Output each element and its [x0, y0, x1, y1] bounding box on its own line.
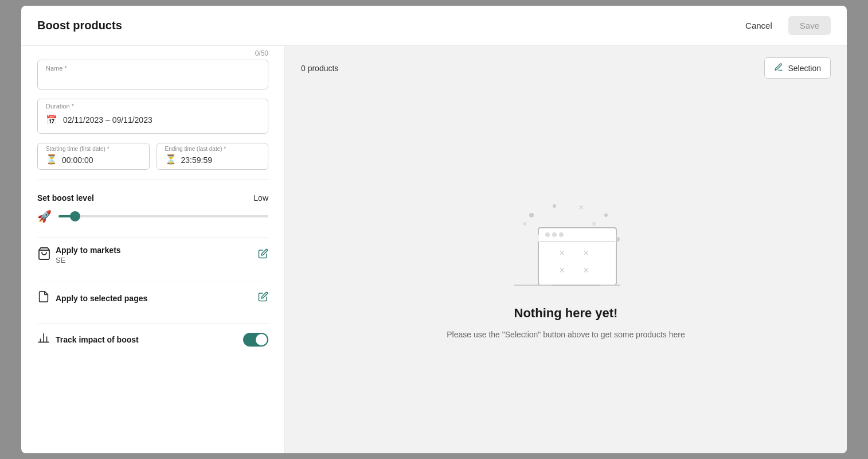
modal: Boost products Cancel Save 0/50 Name *: [21, 6, 847, 453]
svg-text:×: ×: [522, 219, 527, 228]
svg-text:×: ×: [592, 219, 596, 228]
right-panel-header: 0 products Selection: [301, 57, 831, 79]
starting-time-value: 00:00:00: [62, 155, 93, 165]
apply-markets-content: Apply to markets SE: [56, 246, 258, 264]
starting-time-field[interactable]: Starting time (first date) * ⏳ 00:00:00: [37, 143, 150, 170]
track-impact-row: Track impact of boost: [37, 323, 268, 355]
duration-value: 02/11/2023 – 09/11/2023: [63, 115, 153, 125]
page-icon: [37, 290, 56, 306]
name-input[interactable]: [46, 75, 260, 84]
svg-rect-16: [538, 235, 616, 242]
apply-pages-content: Apply to selected pages: [56, 294, 258, 303]
empty-state-title: Nothing here yet!: [514, 306, 618, 321]
left-panel: 0/50 Name * Duration * 📅 02/11/2023 – 09…: [21, 46, 285, 453]
name-field-label: Name *: [46, 65, 67, 72]
apply-markets-row: Apply to markets SE: [37, 237, 268, 273]
boost-level-value: Low: [253, 193, 268, 203]
chart-icon: [37, 332, 56, 347]
svg-text:×: ×: [559, 247, 565, 259]
modal-title: Boost products: [37, 19, 122, 32]
apply-pages-row: Apply to selected pages: [37, 282, 268, 314]
ending-time-field[interactable]: Ending time (last date) * ⏳ 23:59:59: [157, 143, 269, 170]
char-count: 0/50: [255, 49, 268, 57]
ending-time-label: Ending time (last date) *: [165, 146, 226, 152]
header-actions: Cancel Save: [736, 16, 831, 35]
empty-state: × × × × ×: [301, 90, 831, 442]
time-fields: Starting time (first date) * ⏳ 00:00:00 …: [37, 143, 268, 170]
boost-title: Set boost level: [37, 193, 94, 203]
svg-text:×: ×: [578, 203, 584, 212]
boost-slider-row: 🚀: [37, 209, 268, 223]
calendar-icon: 📅: [46, 114, 57, 125]
empty-illustration: × × × × ×: [497, 193, 635, 297]
svg-point-6: [553, 204, 556, 208]
apply-markets-title: Apply to markets: [56, 246, 258, 255]
starting-time-label: Starting time (first date) *: [46, 146, 110, 152]
products-count: 0 products: [301, 64, 338, 73]
svg-text:×: ×: [583, 264, 589, 276]
modal-header: Boost products Cancel Save: [21, 6, 847, 46]
selection-button[interactable]: Selection: [764, 57, 831, 79]
cancel-button[interactable]: Cancel: [736, 16, 781, 35]
svg-point-17: [545, 232, 550, 237]
toggle-thumb: [256, 334, 267, 345]
svg-text:×: ×: [583, 247, 589, 259]
selection-pencil-icon: [774, 63, 783, 73]
hourglass-icon: ⏳: [46, 154, 57, 165]
name-field-wrapper: 0/50 Name *: [37, 60, 268, 90]
modal-body: 0/50 Name * Duration * 📅 02/11/2023 – 09…: [21, 46, 847, 453]
save-button[interactable]: Save: [788, 16, 831, 35]
apply-pages-title: Apply to selected pages: [56, 294, 258, 303]
slider-track[interactable]: [58, 215, 268, 217]
modal-overlay: Boost products Cancel Save 0/50 Name *: [0, 0, 868, 459]
apply-markets-edit-icon[interactable]: [258, 248, 268, 262]
duration-field[interactable]: Duration * 📅 02/11/2023 – 09/11/2023: [37, 99, 268, 134]
right-panel: 0 products Selection: [285, 46, 847, 453]
duration-label: Duration *: [46, 103, 74, 110]
empty-state-description: Please use the "Selection" button above …: [447, 330, 685, 339]
svg-point-19: [559, 232, 564, 237]
apply-markets-subtitle: SE: [56, 256, 258, 264]
selection-button-label: Selection: [788, 64, 821, 73]
boost-section: Set boost level Low 🚀: [37, 189, 268, 228]
svg-text:×: ×: [559, 264, 565, 276]
rocket-icon: 🚀: [37, 209, 52, 223]
track-impact-toggle[interactable]: [243, 333, 268, 347]
track-impact-content: Track impact of boost: [56, 335, 243, 344]
apply-pages-edit-icon[interactable]: [258, 291, 268, 305]
svg-point-5: [529, 213, 534, 217]
svg-point-18: [552, 232, 557, 237]
track-impact-title: Track impact of boost: [56, 335, 243, 344]
boost-header: Set boost level Low: [37, 193, 268, 203]
basket-icon: [37, 247, 56, 263]
ending-time-value: 23:59:59: [181, 155, 213, 165]
hourglass-end-icon: ⏳: [165, 154, 177, 165]
slider-thumb[interactable]: [70, 211, 80, 221]
divider-1: [37, 179, 268, 180]
svg-point-7: [604, 213, 608, 217]
